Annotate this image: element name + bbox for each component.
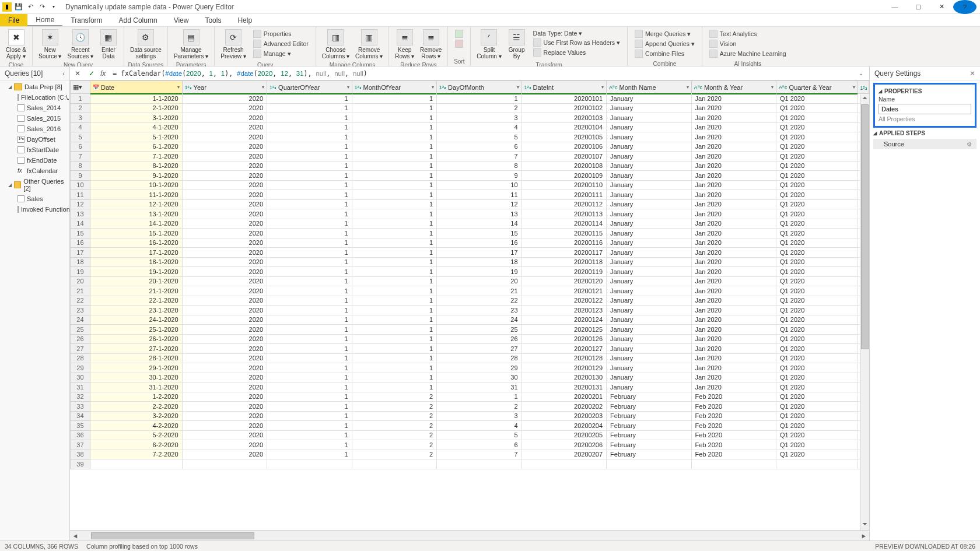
cell[interactable]: 2020 bbox=[182, 334, 267, 344]
cell[interactable]: 16 bbox=[437, 238, 522, 248]
row-number[interactable]: 6 bbox=[71, 142, 90, 152]
row-number[interactable]: 37 bbox=[71, 440, 90, 450]
cell[interactable]: 1 bbox=[267, 267, 352, 277]
cell[interactable]: 20200116 bbox=[522, 238, 607, 248]
cell[interactable]: Q1 2020 bbox=[776, 296, 858, 306]
cell[interactable]: 6 bbox=[437, 440, 522, 450]
cell[interactable]: 1 bbox=[352, 113, 437, 123]
cell[interactable]: 1 bbox=[352, 161, 437, 171]
cell[interactable]: Jan 2020 bbox=[691, 190, 776, 200]
cell[interactable]: 20200113 bbox=[522, 209, 607, 219]
cell[interactable]: 1 bbox=[352, 276, 437, 286]
commit-formula-icon[interactable]: ✓ bbox=[86, 68, 97, 79]
cell[interactable]: 7 bbox=[437, 450, 522, 459]
cell[interactable]: 2020 bbox=[182, 161, 267, 171]
cell[interactable]: 19-1-2020 bbox=[90, 267, 182, 277]
cell[interactable]: 1 bbox=[267, 276, 352, 286]
cell[interactable]: 1 bbox=[352, 190, 437, 200]
cell[interactable]: 1 bbox=[267, 450, 352, 459]
cell[interactable]: 1 bbox=[267, 199, 352, 209]
row-number[interactable]: 3 bbox=[71, 113, 90, 123]
cell[interactable]: 2 bbox=[437, 103, 522, 113]
cell[interactable]: 2020 bbox=[182, 229, 267, 238]
cell[interactable]: 2020 bbox=[182, 325, 267, 335]
remove-columns-button[interactable]: ▥RemoveColumns ▾ bbox=[353, 28, 385, 61]
cell[interactable]: 1 bbox=[352, 315, 437, 325]
filter-icon[interactable]: ▾ bbox=[517, 85, 519, 90]
cell[interactable]: 26 bbox=[437, 334, 522, 344]
cell[interactable]: 1 bbox=[267, 411, 352, 421]
cell[interactable]: January bbox=[607, 353, 692, 363]
table-row[interactable]: 1919-1-20202020111920200119JanuaryJan 20… bbox=[71, 267, 869, 277]
all-properties-link[interactable]: All Properties bbox=[878, 115, 971, 122]
remove-rows-button[interactable]: ≣RemoveRows ▾ bbox=[418, 28, 444, 61]
cell[interactable]: 7-1-2020 bbox=[90, 152, 182, 162]
row-number[interactable]: 28 bbox=[71, 353, 90, 363]
column-header[interactable]: 1²₃QuarterOfYear▾ bbox=[267, 81, 352, 94]
cell[interactable]: Jan 2020 bbox=[691, 267, 776, 277]
cell[interactable]: Q1 2020 bbox=[776, 152, 858, 162]
scroll-thumb[interactable] bbox=[861, 104, 869, 349]
filter-icon[interactable]: ▾ bbox=[601, 85, 604, 90]
cell[interactable]: 20200106 bbox=[522, 142, 607, 152]
cell[interactable]: 10-1-2020 bbox=[90, 180, 182, 190]
table-row[interactable]: 33-1-2020202011320200103JanuaryJan 2020Q… bbox=[71, 113, 869, 123]
cell[interactable]: 23-1-2020 bbox=[90, 306, 182, 315]
gear-icon[interactable]: ⚙ bbox=[967, 141, 972, 148]
table-row[interactable]: 22-1-2020202011220200102JanuaryJan 2020Q… bbox=[71, 103, 869, 113]
cell[interactable]: Jan 2020 bbox=[691, 373, 776, 382]
cell[interactable]: Q1 2020 bbox=[776, 373, 858, 382]
cell[interactable]: January bbox=[607, 152, 692, 162]
text-analytics-button[interactable]: Text Analytics bbox=[707, 29, 789, 38]
column-header[interactable]: 1²₃DayOfMonth▾ bbox=[437, 81, 522, 94]
choose-columns-button[interactable]: ▥ChooseColumns ▾ bbox=[320, 28, 352, 61]
cell[interactable]: February bbox=[607, 402, 692, 412]
cell[interactable]: 2 bbox=[352, 450, 437, 459]
cell[interactable]: January bbox=[607, 171, 692, 181]
undo-icon[interactable]: ↶ bbox=[26, 2, 35, 12]
cell[interactable]: 1 bbox=[352, 257, 437, 267]
new-source-button[interactable]: ✶NewSource ▾ bbox=[36, 28, 64, 61]
cell[interactable]: 1 bbox=[267, 113, 352, 123]
cell[interactable]: 1 bbox=[267, 306, 352, 315]
row-number[interactable]: 25 bbox=[71, 325, 90, 335]
query-item[interactable]: fxStartDate bbox=[0, 145, 69, 155]
cell[interactable]: 20200127 bbox=[522, 344, 607, 354]
cell[interactable]: 3-1-2020 bbox=[90, 113, 182, 123]
table-row[interactable]: 1616-1-20202020111620200116JanuaryJan 20… bbox=[71, 238, 869, 248]
scroll-up-icon[interactable]: ⏶ bbox=[860, 94, 869, 104]
cell[interactable]: Q1 2020 bbox=[776, 402, 858, 412]
cell[interactable]: Q1 2020 bbox=[776, 132, 858, 142]
cell[interactable]: January bbox=[607, 180, 692, 190]
cell[interactable]: 20200206 bbox=[522, 440, 607, 450]
cell[interactable]: 1 bbox=[352, 171, 437, 181]
row-number[interactable]: 22 bbox=[71, 296, 90, 306]
cell[interactable]: Q1 2020 bbox=[776, 171, 858, 181]
cell[interactable]: 2020 bbox=[182, 248, 267, 258]
cell[interactable]: Q1 2020 bbox=[776, 430, 858, 440]
cell[interactable]: 20200121 bbox=[522, 286, 607, 296]
cell[interactable]: 7-2-2020 bbox=[90, 450, 182, 459]
column-header[interactable]: AᴮcMonth Name▾ bbox=[607, 81, 692, 94]
row-number[interactable]: 12 bbox=[71, 199, 90, 209]
cell[interactable]: Q1 2020 bbox=[776, 161, 858, 171]
cell[interactable]: January bbox=[607, 219, 692, 229]
table-row[interactable]: 2323-1-20202020112320200123JanuaryJan 20… bbox=[71, 306, 869, 315]
cell[interactable]: 1 bbox=[352, 103, 437, 113]
save-icon[interactable]: 💾 bbox=[14, 2, 23, 12]
cell[interactable]: Jan 2020 bbox=[691, 296, 776, 306]
tab-home[interactable]: Home bbox=[27, 14, 62, 26]
cell[interactable]: January bbox=[607, 113, 692, 123]
cell[interactable]: 24 bbox=[437, 315, 522, 325]
cell[interactable]: 1 bbox=[437, 392, 522, 402]
cell[interactable]: 12 bbox=[437, 199, 522, 209]
cell[interactable]: 3 bbox=[437, 411, 522, 421]
table-row[interactable]: 66-1-2020202011620200106JanuaryJan 2020Q… bbox=[71, 142, 869, 152]
cell[interactable]: 1 bbox=[352, 296, 437, 306]
cell[interactable]: January bbox=[607, 373, 692, 382]
row-number[interactable]: 13 bbox=[71, 209, 90, 219]
cell[interactable]: 1 bbox=[352, 152, 437, 162]
cell[interactable]: 14-1-2020 bbox=[90, 219, 182, 229]
row-number[interactable]: 1 bbox=[71, 94, 90, 104]
cell[interactable]: Q1 2020 bbox=[776, 267, 858, 277]
